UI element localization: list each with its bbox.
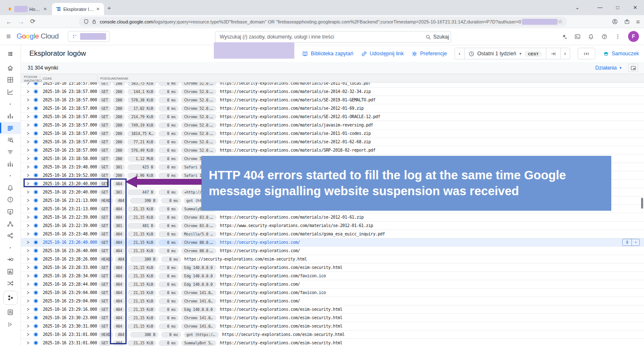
close-tab-icon[interactable]: ✕ bbox=[43, 7, 48, 11]
log-row[interactable]: >2025-10-16 23:18:57.000GET200144,1 KiB0… bbox=[21, 88, 644, 96]
log-row[interactable]: >2025-10-16 23:18:57.000GET200578,38 KiB… bbox=[21, 96, 644, 104]
log-storage-nav-item[interactable] bbox=[0, 266, 21, 278]
row-expander-icon[interactable]: > bbox=[25, 155, 31, 162]
browser-menu-icon[interactable]: ≡ bbox=[636, 18, 640, 25]
log-row[interactable]: >2025-10-16 23:18:57.000GET200214,79 KiB… bbox=[21, 113, 644, 121]
log-row[interactable]: >2025-10-16 23:18:57.000GET20077,21 KiB0… bbox=[21, 138, 644, 146]
log-row[interactable]: >2025-10-16 23:18:57.000GET200576,49 KiB… bbox=[21, 146, 644, 155]
dashboards-nav-item[interactable] bbox=[0, 74, 21, 86]
row-expander-icon[interactable]: > bbox=[25, 172, 31, 178]
row-expander-icon[interactable]: > bbox=[25, 164, 31, 170]
row-expander-icon[interactable]: > bbox=[25, 222, 31, 229]
row-expander-icon[interactable]: > bbox=[25, 139, 31, 145]
row-expander-icon[interactable]: > bbox=[25, 97, 31, 103]
row-expander-icon[interactable]: > bbox=[25, 147, 31, 153]
row-expander-icon[interactable]: > bbox=[25, 231, 31, 237]
alerting-bell-nav-item[interactable] bbox=[0, 182, 21, 194]
timezone-badge[interactable]: CEST bbox=[525, 51, 542, 57]
row-expander-icon[interactable]: > bbox=[25, 197, 31, 204]
notifications-bell-icon[interactable] bbox=[588, 34, 594, 40]
share-icon[interactable] bbox=[624, 18, 630, 25]
release-notes-nav-item[interactable] bbox=[0, 306, 21, 318]
bar-chart-nav-item[interactable] bbox=[0, 110, 21, 122]
bookmark-star-icon[interactable]: ☆ bbox=[558, 18, 563, 25]
time-forward-button[interactable]: › bbox=[561, 48, 570, 59]
row-expander-icon[interactable]: > bbox=[25, 105, 31, 111]
tutorial-button[interactable]: Samouczek bbox=[603, 51, 639, 57]
stream-logs-button[interactable] bbox=[578, 48, 595, 59]
jump-to-now-button[interactable] bbox=[546, 48, 561, 59]
browser-profile-icon[interactable] bbox=[612, 18, 618, 25]
toggle-panel-button[interactable] bbox=[628, 64, 638, 72]
metrics-explorer-nav-item[interactable] bbox=[0, 86, 21, 98]
share-link-button[interactable]: Udostępnij link bbox=[361, 51, 404, 57]
tracking-shield-icon[interactable] bbox=[83, 18, 89, 25]
row-expander-icon[interactable]: > bbox=[25, 88, 31, 95]
maximize-button[interactable]: □ bbox=[609, 0, 626, 15]
back-button[interactable]: ← bbox=[6, 18, 12, 25]
row-expander-icon[interactable]: > bbox=[25, 206, 31, 212]
row-expander-icon[interactable]: > bbox=[25, 273, 31, 279]
avatar[interactable]: F bbox=[628, 31, 639, 42]
column-time[interactable]: CZAS bbox=[43, 74, 52, 80]
error-reporting-nav-item[interactable] bbox=[0, 194, 21, 206]
profiler-nav-item[interactable] bbox=[0, 230, 21, 242]
refresh-button[interactable]: ⟳ bbox=[30, 18, 36, 25]
row-expander-icon[interactable]: > bbox=[25, 264, 31, 271]
cloud-shell-icon[interactable] bbox=[574, 34, 581, 40]
column-summary[interactable]: PODSUMOWANIE bbox=[100, 74, 128, 80]
row-expander-icon[interactable]: > bbox=[25, 239, 31, 245]
log-search-nav-item[interactable] bbox=[0, 134, 21, 146]
row-expander-icon[interactable]: > bbox=[25, 256, 31, 262]
close-window-button[interactable]: ✕ bbox=[626, 0, 644, 15]
time-back-button[interactable]: ‹ bbox=[455, 48, 465, 59]
pin-log-entry-button[interactable] bbox=[623, 239, 632, 245]
row-expander-icon[interactable]: > bbox=[25, 122, 31, 128]
collapse-nav-nav-item[interactable] bbox=[0, 318, 21, 331]
integrations-nav-item[interactable] bbox=[0, 278, 21, 290]
row-expander-icon[interactable]: > bbox=[25, 214, 31, 220]
row-expander-icon[interactable]: > bbox=[25, 331, 31, 338]
project-selector[interactable] bbox=[68, 31, 110, 42]
preferences-button[interactable]: Preferencje bbox=[411, 51, 447, 57]
help-icon[interactable] bbox=[601, 34, 608, 40]
close-tab-icon[interactable]: ✕ bbox=[96, 7, 101, 11]
log-router-nav-item[interactable] bbox=[0, 254, 21, 266]
url-field[interactable]: console.cloud.google.com/logs/query;quer… bbox=[79, 17, 567, 26]
row-expander-icon[interactable]: > bbox=[25, 306, 31, 312]
row-expander-icon[interactable]: > bbox=[25, 114, 31, 120]
minimize-button[interactable]: — bbox=[591, 0, 609, 15]
trace-nav-item[interactable] bbox=[0, 218, 21, 230]
log-row[interactable]: >2025-10-16 23:18:57.000GET2001014,75 K…… bbox=[21, 129, 644, 138]
row-expander-icon[interactable]: > bbox=[25, 289, 31, 296]
row-expander-icon[interactable]: > bbox=[25, 323, 31, 329]
tab-hosting[interactable]: Hosting - Usage - Fi ✕ bbox=[3, 3, 51, 15]
forward-button[interactable]: → bbox=[18, 18, 24, 25]
more-options-icon[interactable] bbox=[615, 34, 621, 40]
lock-icon[interactable] bbox=[91, 18, 97, 25]
row-expander-icon[interactable]: > bbox=[25, 130, 31, 137]
gemini-sparkle-icon[interactable] bbox=[561, 34, 567, 40]
row-expander-icon[interactable]: > bbox=[25, 83, 31, 86]
uptime-monitor-nav-item[interactable] bbox=[0, 206, 21, 218]
search-input[interactable]: Wyszukaj (/) zasoby, dokumenty, usługi i… bbox=[215, 31, 424, 43]
scrollbar-thumb[interactable] bbox=[641, 198, 643, 209]
log-analytics-nav-item[interactable] bbox=[0, 158, 21, 170]
actions-dropdown[interactable]: Działania▼ bbox=[595, 65, 622, 71]
row-actions-caret-button[interactable] bbox=[632, 239, 639, 245]
column-severity[interactable]: POZIOMWAŻNOŚCI bbox=[24, 74, 42, 83]
google-cloud-logo[interactable]: Google Cloud bbox=[17, 32, 59, 41]
log-row[interactable]: >2025-10-16 23:18:57.000GET200749,19 KiB… bbox=[21, 121, 644, 129]
log-row[interactable]: >2025-10-16 23:18:57.000GET20017,02 KiB0… bbox=[21, 104, 644, 113]
tab-search-button[interactable]: ⌄ bbox=[569, 0, 586, 15]
row-expander-icon[interactable]: > bbox=[25, 189, 31, 195]
logs-explorer-nav-item[interactable] bbox=[0, 122, 21, 134]
row-expander-icon[interactable]: > bbox=[25, 248, 31, 254]
log-row[interactable]: >2025-10-16 23:18:57.000GET200583,75 KiB… bbox=[21, 83, 644, 88]
search-button[interactable]: Szukaj bbox=[423, 31, 451, 43]
row-expander-icon[interactable]: > bbox=[25, 315, 31, 321]
home-nav-item[interactable] bbox=[0, 62, 21, 74]
row-expander-icon[interactable]: > bbox=[25, 298, 31, 304]
nav-menu-icon[interactable]: ≡ bbox=[6, 32, 11, 41]
time-range-selector[interactable]: Ostatni 1 tydzień ▼ CEST bbox=[465, 48, 546, 59]
